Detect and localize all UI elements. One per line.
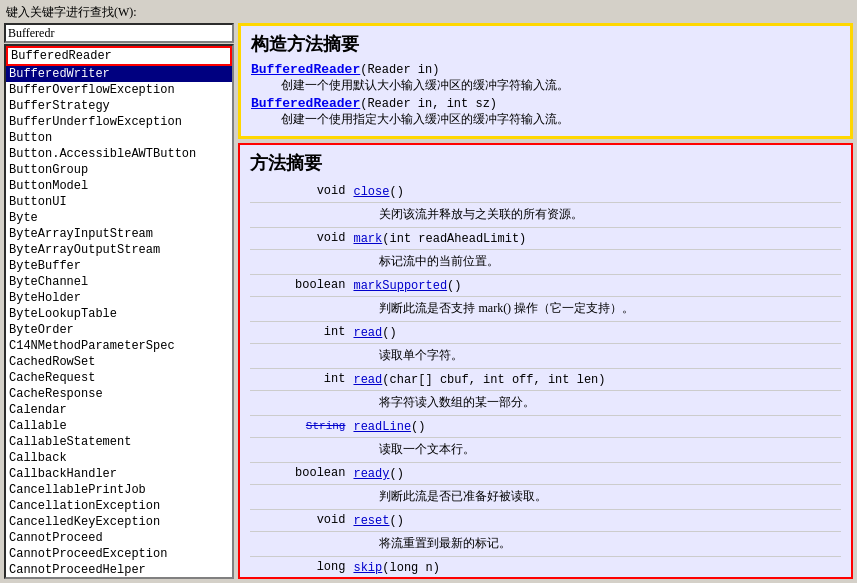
method-description-cell: 跳过字符。 [349, 579, 841, 580]
return-type-cell: long [250, 557, 349, 579]
list-item[interactable]: CancellationException [6, 498, 232, 514]
return-type-cell: String [250, 416, 349, 438]
list-item[interactable]: CannotProceedHelper [6, 562, 232, 578]
method-name-cell: read(char[] cbuf, int off, int len) [349, 369, 841, 391]
constructor-entry: BufferedReader(Reader in)创建一个使用默认大小输入缓冲区… [251, 62, 840, 94]
method-params: () [382, 326, 396, 340]
table-row: StringreadLine() [250, 416, 841, 438]
list-item[interactable]: ByteArrayOutputStream [6, 242, 232, 258]
method-link[interactable]: read [353, 326, 382, 340]
table-row: booleanready() [250, 463, 841, 485]
method-params: (int readAheadLimit) [382, 232, 526, 246]
constructor-list: BufferedReader(Reader in)创建一个使用默认大小输入缓冲区… [251, 62, 840, 128]
search-input[interactable] [4, 23, 234, 43]
list-item[interactable]: CallbackHandler [6, 466, 232, 482]
list-item[interactable]: CacheResponse [6, 386, 232, 402]
method-name-cell: mark(int readAheadLimit) [349, 228, 841, 250]
constructor-signature: BufferedReader(Reader in) [251, 62, 840, 77]
list-item[interactable]: ByteChannel [6, 274, 232, 290]
list-item[interactable]: CannotProceed [6, 530, 232, 546]
table-row: 读取一个文本行。 [250, 438, 841, 463]
table-row: longskip(long n) [250, 557, 841, 579]
list-item[interactable]: ButtonUI [6, 194, 232, 210]
list-item[interactable]: BufferOverflowException [6, 82, 232, 98]
list-item[interactable]: CannotProceedException [6, 546, 232, 562]
list-item[interactable]: ByteArrayInputStream [6, 226, 232, 242]
constructor-signature: BufferedReader(Reader in, int sz) [251, 96, 840, 111]
table-row: voidmark(int readAheadLimit) [250, 228, 841, 250]
constructor-description: 创建一个使用指定大小输入缓冲区的缓冲字符输入流。 [251, 111, 840, 128]
top-bar: 键入关键字进行查找(W): [0, 0, 857, 23]
list-item[interactable]: Callable [6, 418, 232, 434]
method-name-cell: close() [349, 181, 841, 203]
method-description-cell: 读取一个文本行。 [349, 438, 841, 463]
constructor-summary: 构造方法摘要 BufferedReader(Reader in)创建一个使用默认… [238, 23, 853, 139]
method-link[interactable]: mark [353, 232, 382, 246]
constructor-link[interactable]: BufferedReader [251, 62, 360, 77]
return-type-cell: void [250, 181, 349, 203]
method-link[interactable]: markSupported [353, 279, 447, 293]
method-name-cell: reset() [349, 510, 841, 532]
list-item[interactable]: Callback [6, 450, 232, 466]
return-type-cell: void [250, 228, 349, 250]
method-link[interactable]: skip [353, 561, 382, 575]
list-item[interactable]: CallableStatement [6, 434, 232, 450]
table-row: booleanmarkSupported() [250, 275, 841, 297]
method-description-cell: 判断此流是否已准备好被读取。 [349, 485, 841, 510]
method-link[interactable]: readLine [353, 420, 411, 434]
right-panel: 构造方法摘要 BufferedReader(Reader in)创建一个使用默认… [238, 23, 853, 579]
table-row: 关闭该流并释放与之关联的所有资源。 [250, 203, 841, 228]
list-item[interactable]: ByteHolder [6, 290, 232, 306]
list-item[interactable]: ByteBuffer [6, 258, 232, 274]
return-type-cell: void [250, 510, 349, 532]
method-params: () [389, 185, 403, 199]
list-item[interactable]: CancelledKeyException [6, 514, 232, 530]
main-container: BufferedReaderBufferedWriterBufferOverfl… [0, 23, 857, 583]
method-link[interactable]: ready [353, 467, 389, 481]
method-description-cell: 将字符读入数组的某一部分。 [349, 391, 841, 416]
list-item[interactable]: BufferedWriter [6, 66, 232, 82]
table-row: 判断此流是否已准备好被读取。 [250, 485, 841, 510]
list-item[interactable]: ByteLookupTable [6, 306, 232, 322]
table-row: voidreset() [250, 510, 841, 532]
list-item[interactable]: Byte [6, 210, 232, 226]
left-panel: BufferedReaderBufferedWriterBufferOverfl… [4, 23, 234, 579]
list-item[interactable]: BufferedReader [6, 46, 232, 66]
list-item[interactable]: ButtonModel [6, 178, 232, 194]
method-description-cell: 标记流中的当前位置。 [349, 250, 841, 275]
list-item[interactable]: Calendar [6, 402, 232, 418]
method-link[interactable]: close [353, 185, 389, 199]
constructor-description: 创建一个使用默认大小输入缓冲区的缓冲字符输入流。 [251, 77, 840, 94]
method-link[interactable]: read [353, 373, 382, 387]
method-name-cell: markSupported() [349, 275, 841, 297]
method-params: () [389, 514, 403, 528]
constructor-link[interactable]: BufferedReader [251, 96, 360, 111]
table-row: 标记流中的当前位置。 [250, 250, 841, 275]
table-row: voidclose() [250, 181, 841, 203]
list-item[interactable]: ByteOrder [6, 322, 232, 338]
class-list[interactable]: BufferedReaderBufferedWriterBufferOverfl… [4, 44, 234, 579]
table-row: 判断此流是否支持 mark() 操作（它一定支持）。 [250, 297, 841, 322]
method-params: () [389, 467, 403, 481]
search-label: 键入关键字进行查找(W): [6, 4, 137, 21]
list-item[interactable]: ButtonGroup [6, 162, 232, 178]
return-type-cell: int [250, 322, 349, 344]
list-item[interactable]: Button [6, 130, 232, 146]
table-row: 读取单个字符。 [250, 344, 841, 369]
return-type-cell: boolean [250, 275, 349, 297]
method-params: () [447, 279, 461, 293]
table-row: 将字符读入数组的某一部分。 [250, 391, 841, 416]
list-item[interactable]: CacheRequest [6, 370, 232, 386]
method-link[interactable]: reset [353, 514, 389, 528]
list-item[interactable]: BufferStrategy [6, 98, 232, 114]
list-item[interactable]: CachedRowSet [6, 354, 232, 370]
table-row: 跳过字符。 [250, 579, 841, 580]
list-item[interactable]: C14NMethodParameterSpec [6, 338, 232, 354]
return-type-link[interactable]: String [306, 420, 346, 432]
list-item[interactable]: CancellablePrintJob [6, 482, 232, 498]
list-item[interactable]: BufferUnderflowException [6, 114, 232, 130]
list-item[interactable]: Button.AccessibleAWTButton [6, 146, 232, 162]
method-summary: 方法摘要 voidclose()关闭该流并释放与之关联的所有资源。voidmar… [238, 143, 853, 579]
constructor-title: 构造方法摘要 [251, 32, 840, 56]
list-item[interactable]: CannotProceedHolder [6, 578, 232, 579]
